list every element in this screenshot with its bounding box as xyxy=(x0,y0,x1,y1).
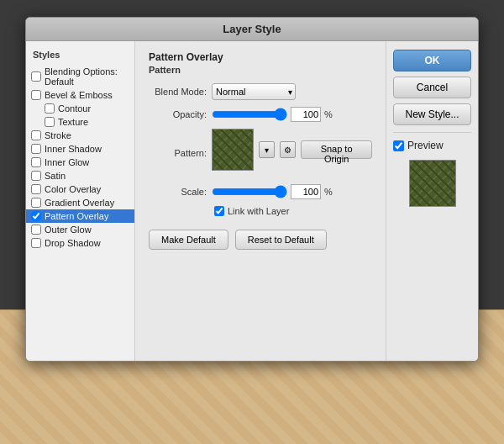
inner-glow-checkbox[interactable] xyxy=(31,157,41,167)
blending-options-label: Blending Options: Default xyxy=(45,66,129,87)
pattern-section: ▾ ⚙ Snap to Origin xyxy=(212,129,372,171)
styles-panel-title: Styles xyxy=(26,48,134,65)
pattern-dropdown-btn[interactable]: ▾ xyxy=(259,141,275,158)
sidebar-item-inner-shadow[interactable]: Inner Shadow xyxy=(26,142,134,156)
scale-label: Scale: xyxy=(149,187,212,197)
sidebar-item-inner-glow[interactable]: Inner Glow xyxy=(26,156,134,169)
right-panel: OK Cancel New Style... Preview xyxy=(386,41,478,361)
link-with-layer-row: Link with Layer xyxy=(214,206,372,216)
scale-slider[interactable] xyxy=(212,186,287,198)
blending-options-checkbox[interactable] xyxy=(31,71,41,82)
opacity-row: Opacity: % xyxy=(149,107,372,122)
sidebar-item-satin[interactable]: Satin xyxy=(26,169,134,182)
texture-checkbox[interactable] xyxy=(45,117,55,127)
drop-shadow-checkbox[interactable] xyxy=(31,238,41,248)
blend-mode-select[interactable]: Normal Dissolve Multiply Screen Overlay xyxy=(212,83,296,100)
sidebar-item-blending-options[interactable]: Blending Options: Default xyxy=(26,65,134,88)
right-panel-divider xyxy=(393,132,471,133)
blend-mode-row: Blend Mode: Normal Dissolve Multiply Scr… xyxy=(149,83,372,100)
preview-label: Preview xyxy=(407,140,444,151)
pattern-label: Pattern: xyxy=(149,148,212,158)
sidebar-item-gradient-overlay[interactable]: Gradient Overlay xyxy=(26,196,134,209)
preview-row: Preview xyxy=(393,140,471,151)
sidebar-item-stroke[interactable]: Stroke xyxy=(26,129,134,142)
sidebar-item-bevel-emboss[interactable]: Bevel & Emboss xyxy=(26,88,134,102)
inner-shadow-label: Inner Shadow xyxy=(45,144,102,154)
gradient-overlay-label: Gradient Overlay xyxy=(45,198,114,208)
blend-mode-select-wrapper: Normal Dissolve Multiply Screen Overlay xyxy=(212,83,296,100)
bevel-emboss-checkbox[interactable] xyxy=(31,90,41,100)
contour-label: Contour xyxy=(58,103,91,114)
preview-swatch xyxy=(409,160,456,207)
ok-button[interactable]: OK xyxy=(393,50,471,71)
color-overlay-checkbox[interactable] xyxy=(31,184,41,194)
scale-slider-container: % xyxy=(212,184,333,199)
drop-shadow-label: Drop Shadow xyxy=(45,238,101,248)
color-overlay-label: Color Overlay xyxy=(45,184,101,194)
layer-style-dialog: Layer Style Styles Blending Options: Def… xyxy=(25,17,479,362)
opacity-input[interactable] xyxy=(291,107,321,122)
link-with-layer-checkbox[interactable] xyxy=(214,206,224,216)
satin-checkbox[interactable] xyxy=(31,171,41,181)
contour-checkbox[interactable] xyxy=(45,103,55,114)
reset-to-default-button[interactable]: Reset to Default xyxy=(235,230,327,250)
inner-glow-label: Inner Glow xyxy=(45,157,89,167)
bevel-emboss-label: Bevel & Emboss xyxy=(45,90,113,100)
sidebar-item-pattern-overlay[interactable]: Pattern Overlay xyxy=(26,209,134,223)
preview-checkbox[interactable] xyxy=(393,140,404,151)
pattern-overlay-checkbox[interactable] xyxy=(31,211,41,221)
satin-label: Satin xyxy=(45,171,66,181)
stroke-label: Stroke xyxy=(45,130,71,140)
pattern-options-btn[interactable]: ⚙ xyxy=(280,141,296,158)
outer-glow-label: Outer Glow xyxy=(45,225,92,235)
sidebar-item-contour[interactable]: Contour xyxy=(26,102,134,115)
sidebar-item-color-overlay[interactable]: Color Overlay xyxy=(26,182,134,196)
pattern-overlay-label: Pattern Overlay xyxy=(45,211,108,221)
scale-row: Scale: % xyxy=(149,184,372,199)
sidebar-item-drop-shadow[interactable]: Drop Shadow xyxy=(26,236,134,250)
inner-shadow-checkbox[interactable] xyxy=(31,144,41,154)
outer-glow-checkbox[interactable] xyxy=(31,225,41,235)
new-style-button[interactable]: New Style... xyxy=(393,103,471,125)
make-default-button[interactable]: Make Default xyxy=(149,230,228,250)
opacity-slider-container: % xyxy=(212,107,333,122)
dialog-titlebar: Layer Style xyxy=(26,18,478,41)
sidebar-item-outer-glow[interactable]: Outer Glow xyxy=(26,223,134,236)
dialog-body: Styles Blending Options: Default Bevel &… xyxy=(26,41,478,361)
pattern-preview-swatch[interactable] xyxy=(212,129,254,171)
cancel-button[interactable]: Cancel xyxy=(393,77,471,98)
styles-panel: Styles Blending Options: Default Bevel &… xyxy=(26,41,135,361)
section-title: Pattern Overlay xyxy=(149,51,372,63)
opacity-slider[interactable] xyxy=(212,108,287,120)
dialog-title: Layer Style xyxy=(223,23,281,35)
opacity-percent: % xyxy=(324,109,333,119)
stroke-checkbox[interactable] xyxy=(31,130,41,140)
action-buttons: Make Default Reset to Default xyxy=(149,230,372,250)
gradient-overlay-checkbox[interactable] xyxy=(31,198,41,208)
link-with-layer-label: Link with Layer xyxy=(228,206,289,216)
section-subtitle: Pattern xyxy=(149,65,372,75)
scale-percent: % xyxy=(324,187,333,197)
options-panel: Pattern Overlay Pattern Blend Mode: Norm… xyxy=(135,41,386,361)
snap-to-origin-button[interactable]: Snap to Origin xyxy=(301,140,372,159)
sidebar-item-texture[interactable]: Texture xyxy=(26,115,134,129)
opacity-label: Opacity: xyxy=(149,109,212,119)
texture-label: Texture xyxy=(58,117,88,127)
blend-mode-label: Blend Mode: xyxy=(149,87,212,97)
scale-input[interactable] xyxy=(291,184,321,199)
pattern-row: Pattern: ▾ ⚙ Snap to Origin xyxy=(149,129,372,177)
